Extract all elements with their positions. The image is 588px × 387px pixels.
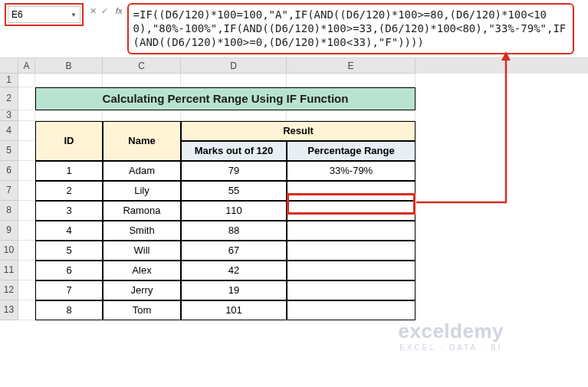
cell[interactable] <box>18 241 35 261</box>
cell[interactable] <box>18 87 35 110</box>
cell-name[interactable]: Smith <box>103 221 181 241</box>
cell-name[interactable]: Alex <box>103 261 181 280</box>
select-all-corner[interactable] <box>0 58 18 74</box>
col-head-e[interactable]: E <box>287 58 416 74</box>
cell[interactable] <box>181 74 287 87</box>
header-result[interactable]: Result <box>181 121 416 141</box>
cell-range[interactable] <box>287 181 416 201</box>
cell-id[interactable]: 6 <box>35 261 103 280</box>
cell[interactable] <box>287 74 416 87</box>
cell-id[interactable]: 1 <box>35 161 103 181</box>
row-head[interactable]: 7 <box>0 181 18 201</box>
cell[interactable] <box>287 110 416 121</box>
cell[interactable] <box>18 261 35 280</box>
cell[interactable] <box>18 110 35 121</box>
row-head[interactable]: 10 <box>0 241 18 261</box>
name-box-highlight: E6 ▼ <box>5 3 84 26</box>
grid-body: 1 2 Calculating Percent Range Using IF F… <box>0 74 588 320</box>
col-head-b[interactable]: B <box>35 58 103 74</box>
cell-name[interactable]: Will <box>103 241 181 261</box>
row-head[interactable]: 13 <box>0 300 18 320</box>
name-box-value: E6 <box>11 9 23 20</box>
cell-marks[interactable]: 67 <box>181 241 287 261</box>
watermark-text: exceldemy <box>399 320 504 343</box>
check-icon[interactable]: ✓ <box>101 6 108 16</box>
cell[interactable] <box>18 181 35 201</box>
name-box[interactable]: E6 ▼ <box>8 6 80 23</box>
cell[interactable] <box>103 110 181 121</box>
row-head[interactable]: 4 <box>0 121 18 141</box>
cell-name[interactable]: Jerry <box>103 280 181 300</box>
row-head[interactable]: 6 <box>0 161 18 181</box>
row-head[interactable]: 8 <box>0 201 18 221</box>
cell-range[interactable] <box>287 201 416 221</box>
col-head-c[interactable]: C <box>103 58 181 74</box>
cell-marks[interactable]: 19 <box>181 280 287 300</box>
cell-marks[interactable]: 79 <box>181 161 287 181</box>
cell[interactable] <box>18 161 35 181</box>
cell[interactable] <box>103 74 181 87</box>
row-head[interactable]: 5 <box>0 141 18 161</box>
cell-range[interactable]: 33%-79% <box>287 161 416 181</box>
cell-name[interactable]: Adam <box>103 161 181 181</box>
cell[interactable] <box>18 201 35 221</box>
cell-id[interactable]: 4 <box>35 221 103 241</box>
column-headers: A B C D E <box>0 58 588 74</box>
fx-icon[interactable]: fx <box>114 3 127 15</box>
cell-marks[interactable]: 110 <box>181 201 287 221</box>
watermark-subtext: EXCEL · DATA · BI <box>399 343 504 352</box>
col-head-d[interactable]: D <box>181 58 287 74</box>
cell-range[interactable] <box>287 300 416 320</box>
row-head[interactable]: 2 <box>0 87 18 110</box>
formula-bar: E6 ▼ ✕ ✓ fx =IF((D6/120)*100=100,"A",IF(… <box>0 0 588 58</box>
cell-id[interactable]: 2 <box>35 181 103 201</box>
cell-range[interactable] <box>287 241 416 261</box>
formula-highlight: =IF((D6/120)*100=100,"A",IF(AND((D6/120)… <box>127 3 574 54</box>
cell-id[interactable]: 5 <box>35 241 103 261</box>
cell-marks[interactable]: 55 <box>181 181 287 201</box>
cell[interactable] <box>18 121 35 141</box>
row-head[interactable]: 11 <box>0 261 18 280</box>
row-head[interactable]: 12 <box>0 280 18 300</box>
cell-range[interactable] <box>287 280 416 300</box>
cancel-icon[interactable]: ✕ <box>90 6 97 16</box>
cell[interactable] <box>181 110 287 121</box>
cell[interactable] <box>18 280 35 300</box>
cell-id[interactable]: 8 <box>35 300 103 320</box>
cell[interactable] <box>35 110 103 121</box>
spreadsheet-grid: A B C D E 1 2 Calculating Percent Range … <box>0 58 588 320</box>
cell-name[interactable]: Ramona <box>103 201 181 221</box>
cell[interactable] <box>18 300 35 320</box>
row-head[interactable]: 1 <box>0 74 18 87</box>
cell-name[interactable]: Lily <box>103 181 181 201</box>
col-head-a[interactable]: A <box>18 58 35 74</box>
cell[interactable] <box>18 74 35 87</box>
cell[interactable] <box>35 74 103 87</box>
cell-marks[interactable]: 42 <box>181 261 287 280</box>
cell-range[interactable] <box>287 221 416 241</box>
cell-marks[interactable]: 88 <box>181 221 287 241</box>
formula-bar-buttons: ✕ ✓ <box>90 3 114 16</box>
page-title[interactable]: Calculating Percent Range Using IF Funct… <box>35 87 416 110</box>
cell[interactable] <box>18 221 35 241</box>
cell-range[interactable] <box>287 261 416 280</box>
cell-marks[interactable]: 101 <box>181 300 287 320</box>
cell[interactable] <box>18 141 35 161</box>
row-head[interactable]: 9 <box>0 221 18 241</box>
chevron-down-icon[interactable]: ▼ <box>71 11 77 18</box>
row-head[interactable]: 3 <box>0 110 18 121</box>
formula-input[interactable]: =IF((D6/120)*100=100,"A",IF(AND((D6/120)… <box>133 8 568 50</box>
cell-id[interactable]: 7 <box>35 280 103 300</box>
cell-name[interactable]: Tom <box>103 300 181 320</box>
cell-id[interactable]: 3 <box>35 201 103 221</box>
watermark: exceldemy EXCEL · DATA · BI <box>399 320 504 352</box>
